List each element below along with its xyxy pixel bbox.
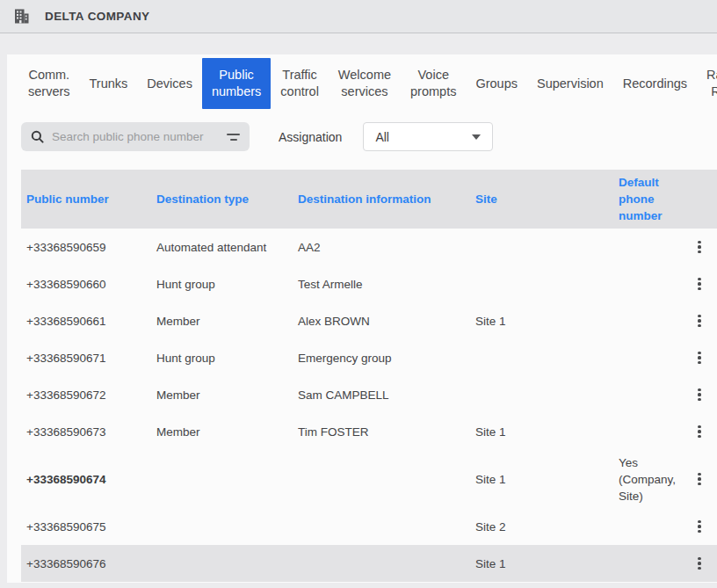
cell-public-number: +33368590674	[21, 473, 151, 486]
tab-traffic-control[interactable]: Traffic control	[271, 58, 329, 109]
tab-recordings[interactable]: Recordings	[613, 58, 697, 109]
cell-destination-information: Tim FOSTER	[293, 425, 470, 439]
kebab-menu-icon[interactable]	[694, 517, 704, 537]
cell-public-number: +33368590672	[21, 388, 151, 402]
kebab-menu-icon[interactable]	[694, 385, 704, 405]
building-icon	[11, 6, 32, 26]
table-row-highlighted[interactable]: +33368590676 Site 1	[21, 545, 717, 582]
assignation-select[interactable]: All	[363, 122, 493, 151]
table-row[interactable]: +33368590660 Hunt group Test Armelle	[21, 265, 717, 302]
kebab-menu-icon[interactable]	[694, 274, 704, 294]
column-header-default-phone-number[interactable]: Default phone number	[613, 174, 682, 224]
kebab-menu-icon[interactable]	[694, 311, 704, 331]
tab-devices[interactable]: Devices	[137, 58, 202, 109]
cell-destination-type: Member	[151, 388, 293, 402]
tab-voice-prompts[interactable]: Voice prompts	[401, 58, 466, 109]
column-header-destination-type[interactable]: Destination type	[151, 191, 293, 207]
kebab-menu-icon[interactable]	[694, 422, 704, 442]
tab-bar: Comm. servers Trunks Devices Public numb…	[7, 54, 717, 109]
cell-destination-type: Automated attendant	[151, 241, 293, 254]
cell-public-number: +33368590660	[21, 278, 151, 291]
table-row[interactable]: +33368590671 Hunt group Emergency group	[21, 339, 717, 376]
cell-public-number: +33368590673	[21, 425, 151, 439]
cell-public-number: +33368590671	[21, 352, 151, 365]
kebab-menu-icon[interactable]	[694, 237, 704, 258]
main-panel: Comm. servers Trunks Devices Public numb…	[7, 54, 717, 583]
chevron-down-icon	[472, 134, 481, 140]
cell-default-phone-number: Yes (Company, Site)	[613, 454, 682, 505]
kebab-menu-icon[interactable]	[694, 554, 704, 574]
kebab-menu-icon[interactable]	[694, 348, 704, 368]
cell-destination-type: Hunt group	[151, 352, 293, 365]
column-header-site[interactable]: Site	[470, 191, 613, 207]
cell-destination-information: Test Armelle	[293, 278, 470, 291]
cell-destination-type: Hunt group	[151, 278, 293, 291]
cell-site: Site 1	[470, 425, 613, 439]
tab-trunks[interactable]: Trunks	[80, 58, 138, 109]
tab-comm-servers[interactable]: Comm. servers	[18, 58, 80, 109]
public-numbers-table: Public number Destination type Destinati…	[21, 170, 717, 582]
cell-destination-type: Member	[151, 425, 293, 439]
tab-rainbow-rooms[interactable]: Rainbow Rooms	[697, 58, 717, 109]
column-header-destination-information[interactable]: Destination information	[293, 191, 470, 207]
kebab-menu-icon[interactable]	[694, 469, 704, 490]
tab-supervision[interactable]: Supervision	[527, 58, 613, 109]
cell-public-number: +33368590675	[21, 520, 151, 534]
cell-site: Site 2	[470, 520, 613, 534]
table-body: +33368590659 Automated attendant AA2 +33…	[21, 229, 717, 582]
table-row[interactable]: +33368590659 Automated attendant AA2	[21, 229, 717, 265]
table-row[interactable]: +33368590661 Member Alex BROWN Site 1	[21, 302, 717, 339]
cell-destination-information: Alex BROWN	[293, 315, 470, 328]
cell-destination-information: Emergency group	[293, 352, 470, 365]
table-row[interactable]: +33368590674 Site 1 Yes (Company, Site)	[21, 450, 717, 508]
cell-public-number: +33368590676	[21, 557, 151, 570]
company-name: DELTA COMPANY	[45, 10, 149, 23]
table-header-row: Public number Destination type Destinati…	[21, 170, 717, 229]
tab-public-numbers[interactable]: Public numbers	[202, 58, 271, 109]
cell-site: Site 1	[470, 473, 613, 486]
cell-site: Site 1	[470, 315, 613, 328]
assignation-label: Assignation	[279, 130, 342, 144]
table-row[interactable]: +33368590673 Member Tim FOSTER Site 1	[21, 413, 717, 450]
cell-destination-type: Member	[151, 315, 293, 328]
cell-public-number: +33368590661	[21, 315, 151, 328]
cell-site: Site 1	[470, 557, 613, 570]
search-input[interactable]	[52, 130, 219, 143]
search-box[interactable]	[21, 122, 250, 151]
cell-destination-information: Sam CAMPBELL	[293, 388, 470, 402]
filter-icon[interactable]	[227, 134, 240, 141]
assignation-selected-value: All	[375, 130, 389, 144]
table-row[interactable]: +33368590672 Member Sam CAMPBELL	[21, 376, 717, 413]
cell-public-number: +33368590659	[21, 241, 151, 254]
column-header-public-number[interactable]: Public number	[21, 191, 151, 207]
topbar: DELTA COMPANY	[0, 0, 717, 33]
tab-welcome-services[interactable]: Welcome services	[329, 58, 401, 109]
search-icon	[31, 130, 44, 143]
tab-groups[interactable]: Groups	[466, 58, 527, 109]
table-row[interactable]: +33368590675 Site 2	[21, 508, 717, 545]
filter-row: Assignation All	[7, 122, 717, 151]
cell-destination-information: AA2	[293, 241, 470, 254]
